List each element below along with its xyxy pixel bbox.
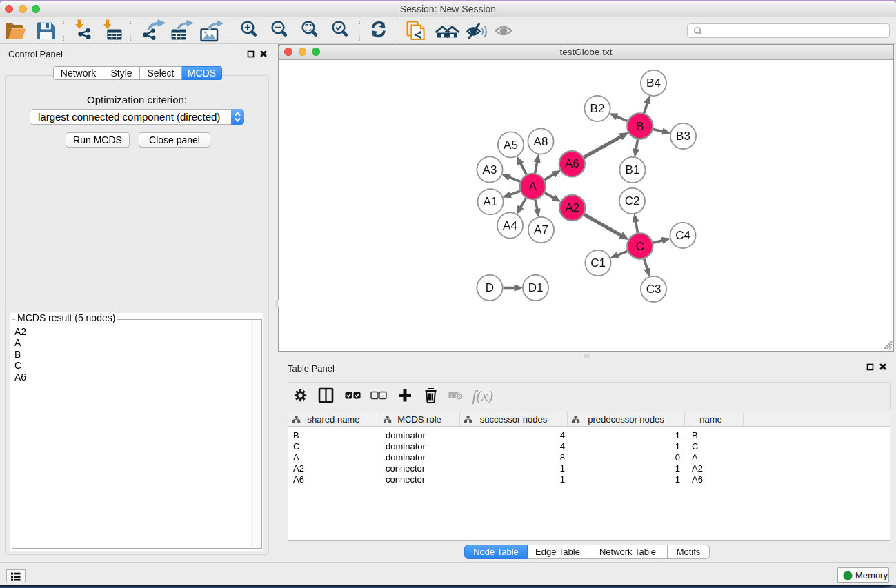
svg-text:A8: A8 [534,134,548,148]
svg-text:A3: A3 [483,163,497,176]
svg-text:A4: A4 [503,219,517,232]
svg-text:f(x): f(x) [472,387,494,404]
svg-text:A: A [529,180,537,193]
svg-text:B3: B3 [676,130,690,143]
svg-text:B4: B4 [646,77,661,90]
svg-text:C: C [636,239,644,252]
svg-text:A6: A6 [565,157,579,170]
svg-text:A7: A7 [534,223,548,236]
svg-text:D: D [486,281,494,294]
svg-text:B1: B1 [626,163,640,176]
svg-text:C1: C1 [590,256,606,270]
svg-text:B2: B2 [590,102,605,115]
svg-text:C3: C3 [646,283,661,296]
svg-text:D1: D1 [528,281,544,294]
svg-text:C2: C2 [625,194,640,207]
svg-text:A1: A1 [484,195,498,208]
svg-text:A5: A5 [504,138,518,151]
svg-text:B: B [636,119,644,132]
svg-text:A2: A2 [565,201,579,214]
svg-text:C4: C4 [675,229,690,242]
